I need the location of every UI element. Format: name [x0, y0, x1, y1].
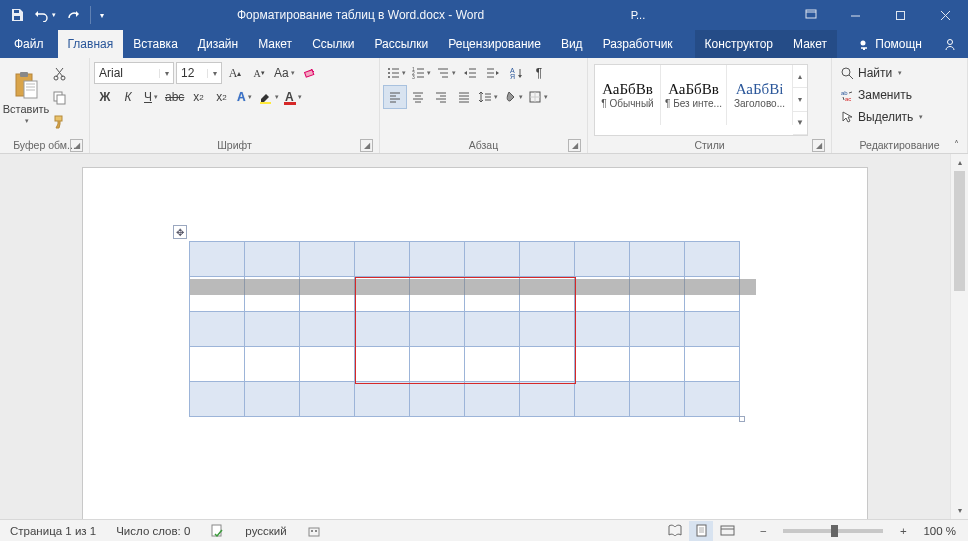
outdent-icon[interactable] [459, 62, 481, 84]
collapse-ribbon-icon[interactable]: ˄ [948, 137, 964, 151]
italic-icon[interactable]: К [117, 86, 139, 108]
view-web-icon[interactable] [715, 521, 739, 541]
ribbon-options-icon[interactable] [788, 0, 833, 30]
bullets-icon[interactable]: ▾ [384, 62, 408, 84]
svg-point-5 [947, 39, 952, 44]
vertical-scrollbar[interactable]: ▴ ▾ [950, 154, 968, 519]
tab-table-design[interactable]: Конструктор [695, 30, 783, 58]
table-resize-handle[interactable] [739, 416, 745, 422]
tab-view[interactable]: Вид [551, 30, 593, 58]
status-words[interactable]: Число слов: 0 [106, 520, 200, 541]
group-editing: Редактирование [860, 139, 940, 151]
copy-icon[interactable] [48, 86, 70, 108]
show-marks-icon[interactable]: ¶ [528, 62, 550, 84]
shading-icon[interactable]: ▾ [501, 86, 525, 108]
find-button[interactable]: Найти▾ [836, 62, 963, 84]
borders-icon[interactable]: ▾ [526, 86, 550, 108]
group-font: Шрифт [217, 139, 252, 151]
zoom-level[interactable]: 100 % [917, 525, 962, 537]
svg-rect-34 [721, 526, 734, 535]
styles-up-icon[interactable]: ▴ [793, 65, 807, 88]
tab-home[interactable]: Главная [58, 30, 124, 58]
paragraph-launcher[interactable]: ◢ [568, 139, 581, 152]
minimize-icon[interactable] [833, 0, 878, 30]
tab-design[interactable]: Дизайн [188, 30, 248, 58]
justify-icon[interactable] [453, 86, 475, 108]
table-move-handle-icon[interactable]: ✥ [173, 225, 187, 239]
format-painter-icon[interactable] [48, 110, 70, 132]
style-heading[interactable]: АаБбВіЗаголово... [727, 65, 793, 125]
tell-me[interactable]: Помощн [848, 37, 932, 51]
clipboard-launcher[interactable]: ◢ [70, 139, 83, 152]
qat-customize-icon[interactable]: ▾ [95, 3, 109, 27]
svg-rect-2 [806, 10, 816, 18]
view-read-icon[interactable] [663, 521, 687, 541]
indent-icon[interactable] [482, 62, 504, 84]
font-name-combo[interactable]: Arial▾ [94, 62, 174, 84]
status-macro-icon[interactable] [297, 520, 331, 541]
close-icon[interactable] [923, 0, 968, 30]
document-area[interactable]: ✥ [0, 154, 950, 519]
font-launcher[interactable]: ◢ [360, 139, 373, 152]
styles-launcher[interactable]: ◢ [812, 139, 825, 152]
font-color-icon[interactable]: A▾ [282, 86, 304, 108]
strike-icon[interactable]: abc [163, 86, 186, 108]
zoom-slider[interactable] [783, 529, 883, 533]
scroll-thumb[interactable] [954, 171, 965, 291]
grow-font-icon[interactable]: A▴ [224, 62, 246, 84]
underline-icon[interactable]: Ч▾ [140, 86, 162, 108]
highlight-icon[interactable]: ▾ [256, 86, 281, 108]
styles-down-icon[interactable]: ▾ [793, 88, 807, 111]
styles-gallery[interactable]: АаБбВв¶ Обычный АаБбВв¶ Без инте... АаБб… [594, 64, 808, 136]
undo-icon[interactable]: ▾ [32, 3, 58, 27]
group-paragraph: Абзац [469, 139, 498, 151]
tab-mailings[interactable]: Рассылки [364, 30, 438, 58]
select-button[interactable]: Выделить▾ [836, 106, 963, 128]
zoom-in-icon[interactable]: + [891, 521, 915, 541]
tab-layout[interactable]: Макет [248, 30, 302, 58]
maximize-icon[interactable] [878, 0, 923, 30]
style-nospacing[interactable]: АаБбВв¶ Без инте... [661, 65, 727, 125]
change-case-icon[interactable]: Aa▾ [272, 62, 297, 84]
style-normal[interactable]: АаБбВв¶ Обычный [595, 65, 661, 125]
tab-developer[interactable]: Разработчик [593, 30, 683, 58]
share-button[interactable] [932, 37, 968, 52]
redo-icon[interactable] [60, 3, 86, 27]
page: ✥ [83, 168, 867, 519]
replace-button[interactable]: abacЗаменить [836, 84, 963, 106]
tab-insert[interactable]: Вставка [123, 30, 188, 58]
zoom-out-icon[interactable]: − [751, 521, 775, 541]
view-print-icon[interactable] [689, 521, 713, 541]
sort-icon[interactable]: AЯ [505, 62, 527, 84]
superscript-icon[interactable]: x2 [210, 86, 232, 108]
save-icon[interactable] [4, 3, 30, 27]
shrink-font-icon[interactable]: A▾ [248, 62, 270, 84]
status-page[interactable]: Страница 1 из 1 [0, 520, 106, 541]
scroll-up-icon[interactable]: ▴ [951, 154, 968, 171]
align-left-icon[interactable] [384, 86, 406, 108]
svg-text:Я: Я [510, 73, 515, 80]
tab-file[interactable]: Файл [0, 30, 58, 58]
status-language[interactable]: русский [235, 520, 296, 541]
styles-more-icon[interactable]: ▼ [793, 112, 807, 135]
cut-icon[interactable] [48, 62, 70, 84]
table[interactable]: ✥ [189, 241, 740, 417]
tab-review[interactable]: Рецензирование [438, 30, 551, 58]
font-size-combo[interactable]: 12▾ [176, 62, 222, 84]
clear-format-icon[interactable] [299, 62, 321, 84]
bold-icon[interactable]: Ж [94, 86, 116, 108]
tab-table-layout[interactable]: Макет [783, 30, 837, 58]
paste-button[interactable]: Вставить ▾ [4, 60, 48, 136]
align-right-icon[interactable] [430, 86, 452, 108]
text-effects-icon[interactable]: A▾ [233, 86, 255, 108]
status-proofing-icon[interactable] [200, 520, 235, 541]
multilevel-icon[interactable]: ▾ [434, 62, 458, 84]
selection-tail [738, 279, 756, 295]
subscript-icon[interactable]: x2 [187, 86, 209, 108]
svg-point-19 [388, 76, 390, 78]
tab-references[interactable]: Ссылки [302, 30, 364, 58]
align-center-icon[interactable] [407, 86, 429, 108]
scroll-down-icon[interactable]: ▾ [951, 502, 968, 519]
line-spacing-icon[interactable]: ▾ [476, 86, 500, 108]
numbering-icon[interactable]: 123▾ [409, 62, 433, 84]
